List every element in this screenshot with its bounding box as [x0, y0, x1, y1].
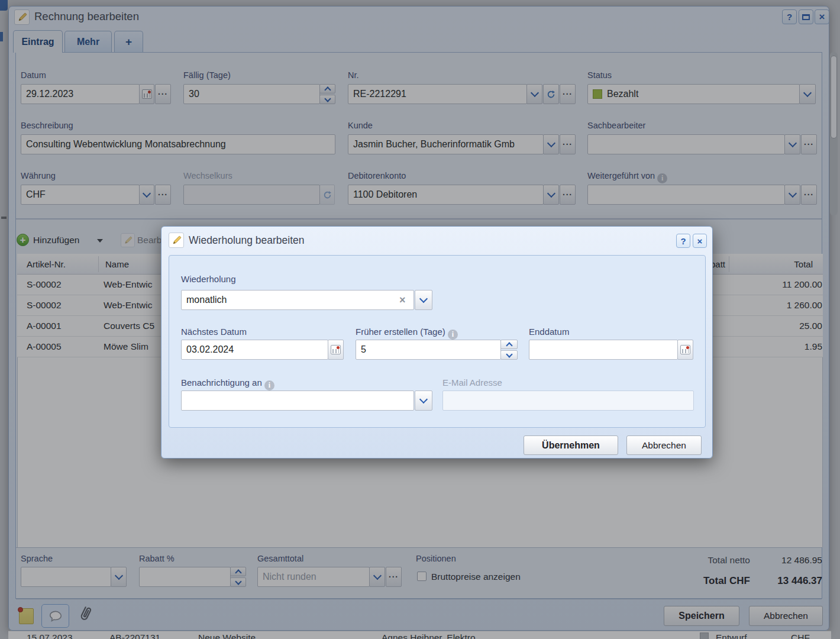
- benachrichtigung-input[interactable]: [181, 390, 414, 411]
- frueher-erstellen-spinner: [500, 340, 518, 360]
- info-icon: i: [264, 380, 274, 390]
- wiederholung-label: Wiederholung: [181, 274, 236, 284]
- dialog-close-button[interactable]: ×: [693, 234, 707, 248]
- enddatum-input[interactable]: [529, 340, 678, 360]
- wiederholung-input[interactable]: [181, 290, 414, 310]
- naechstes-datum-label: Nächstes Datum: [181, 327, 247, 337]
- spinner-up-button[interactable]: [500, 340, 518, 349]
- clear-icon[interactable]: ×: [399, 295, 406, 305]
- screen: Rechnung bearbeiten ? × Eintrag Mehr + D…: [0, 0, 840, 639]
- calendar-icon: [680, 345, 690, 354]
- edit-pencil-icon: [169, 233, 184, 248]
- benachrichtigung-dropdown-button[interactable]: [415, 390, 432, 411]
- calendar-icon: [331, 345, 341, 354]
- frueher-erstellen-label: Früher erstellen (Tage) i: [356, 327, 458, 340]
- spinner-down-button[interactable]: [500, 350, 518, 360]
- dialog-help-button[interactable]: ?: [676, 234, 690, 248]
- enddatum-label: Enddatum: [529, 327, 569, 337]
- dialog-cancel-button[interactable]: Abbrechen: [626, 435, 702, 455]
- chevron-down-icon: [419, 395, 428, 404]
- chevron-down-icon: [419, 295, 428, 303]
- dialog-title: Wiederholung bearbeiten: [189, 234, 305, 247]
- naechstes-datum-input[interactable]: [181, 340, 328, 360]
- help-icon: ?: [680, 236, 686, 246]
- naechstes-datum-calendar-button[interactable]: [328, 340, 344, 360]
- benachrichtigung-label: Benachrichtigung an i: [181, 377, 274, 390]
- recurrence-dialog: Wiederholung bearbeiten ? × Wiederholung…: [161, 226, 713, 459]
- close-icon: ×: [697, 236, 703, 246]
- frueher-erstellen-input[interactable]: [356, 340, 501, 360]
- info-icon: i: [448, 330, 458, 340]
- wiederholung-dropdown-button[interactable]: [415, 290, 432, 310]
- apply-button[interactable]: Übernehmen: [524, 435, 618, 455]
- email-label: E-Mail Adresse: [442, 377, 502, 388]
- enddatum-calendar-button[interactable]: [677, 340, 693, 360]
- chevron-down-icon: [506, 351, 512, 357]
- email-input: [442, 390, 694, 411]
- chevron-up-icon: [506, 342, 512, 348]
